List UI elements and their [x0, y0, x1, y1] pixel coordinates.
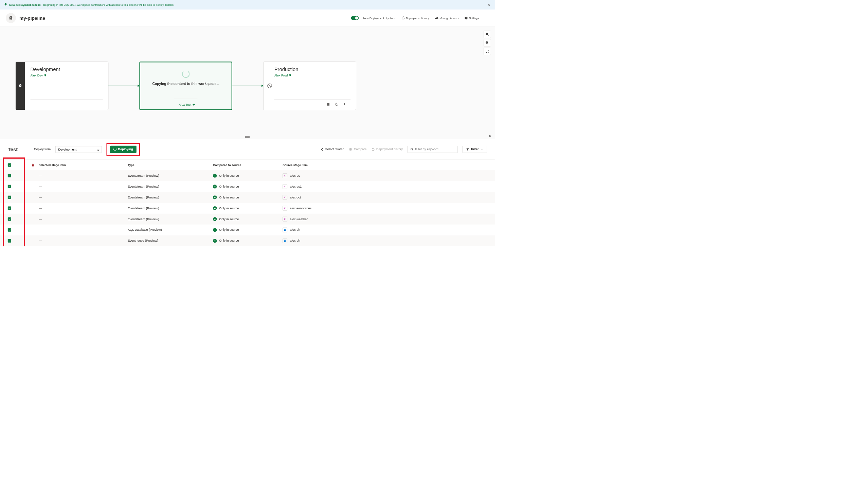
selected-item-cell: —: [39, 217, 128, 221]
row-checkbox[interactable]: [8, 217, 11, 221]
select-related-button[interactable]: Select related: [320, 147, 344, 151]
row-checkbox[interactable]: [8, 185, 11, 188]
row-checkbox[interactable]: [8, 239, 11, 242]
type-cell: Eventstream (Preview): [128, 217, 213, 221]
stage-handle-icon: [16, 62, 25, 110]
stage-more-icon[interactable]: ⋮: [94, 101, 100, 108]
zoom-out-button[interactable]: [484, 39, 491, 47]
selected-item-cell: —: [39, 174, 128, 177]
plus-icon: +: [213, 195, 217, 199]
pipeline-canvas: Development Alex Dev ⋮ Copying the conte…: [0, 27, 495, 135]
stage-production[interactable]: Production Alex Prod ⋮: [263, 62, 356, 110]
item-type-icon: [283, 184, 287, 189]
table-row[interactable]: — Eventstream (Preview) +Only in source …: [0, 170, 495, 181]
select-all-checkbox[interactable]: [8, 163, 11, 167]
chevron-down-icon: [481, 148, 483, 151]
detail-toolbar: Test Deploy from Development Deploying S…: [0, 139, 495, 160]
plus-icon: +: [213, 206, 217, 210]
pipeline-icon: [6, 13, 16, 23]
bell-icon: [4, 3, 7, 7]
zoom-fit-button[interactable]: [484, 48, 491, 55]
table-row[interactable]: — Eventstream (Preview) +Only in source …: [0, 192, 495, 203]
loading-spinner-icon: [182, 70, 190, 78]
detail-stage-title: Test: [8, 146, 18, 153]
stage-name: Development: [30, 67, 103, 73]
delete-column-icon[interactable]: [27, 163, 39, 167]
table-row[interactable]: — Eventstream (Preview) +Only in source …: [0, 181, 495, 192]
banner-close-icon[interactable]: ✕: [487, 3, 490, 7]
header-more-icon[interactable]: ⋯: [484, 16, 489, 20]
plus-icon: +: [213, 174, 217, 177]
stage-more-icon[interactable]: ⋮: [342, 101, 348, 108]
stage-connector: [108, 86, 139, 86]
expand-panel-icon[interactable]: [488, 135, 492, 139]
selected-item-cell: —: [39, 228, 128, 231]
item-type-icon: [283, 228, 287, 232]
compare-cell: +Only in source: [213, 206, 283, 210]
compare-cell: +Only in source: [213, 195, 283, 199]
item-type-icon: [283, 206, 287, 211]
banner-title: New deployment access.: [9, 3, 41, 6]
stage-history-icon[interactable]: [333, 102, 339, 108]
stage-test[interactable]: Copying the content to this workspace...…: [139, 62, 232, 110]
selected-item-cell: —: [39, 196, 128, 199]
item-type-icon: [283, 195, 287, 200]
page-header: my-pipeline New Deployment pipelines Dep…: [0, 10, 495, 27]
grip-icon: [245, 136, 250, 138]
filter-input[interactable]: [415, 147, 455, 151]
source-item-cell: alex-eh: [283, 239, 487, 243]
pipeline-title: my-pipeline: [19, 15, 347, 21]
stage-workspace[interactable]: Alex Dev: [30, 74, 103, 77]
type-cell: Eventstream (Preview): [128, 174, 213, 177]
compare-cell: +Only in source: [213, 228, 283, 232]
stage-workspace[interactable]: Alex Prod: [274, 74, 351, 77]
source-item-cell: alex-es1: [283, 184, 487, 189]
table-row[interactable]: — Eventhouse (Preview) +Only in source a…: [0, 235, 495, 246]
deploy-button[interactable]: Deploying: [110, 146, 137, 153]
nav-new-pipelines[interactable]: New Deployment pipelines: [362, 16, 396, 19]
announcement-banner: New deployment access. Beginning in late…: [0, 0, 495, 10]
items-table: Selected stage item Type Compared to sou…: [0, 160, 495, 246]
stage-rules-icon[interactable]: [325, 102, 331, 108]
nav-manage-access[interactable]: Manage Access: [434, 16, 460, 20]
plus-icon: +: [213, 239, 217, 243]
detail-history-button: Deployment history: [371, 147, 403, 151]
table-header-row: Selected stage item Type Compared to sou…: [0, 160, 495, 170]
filter-button[interactable]: Filter: [463, 146, 487, 153]
compare-button: Compare: [349, 147, 366, 151]
panel-splitter[interactable]: [0, 135, 495, 139]
item-type-icon: [283, 239, 287, 243]
stage-development[interactable]: Development Alex Dev ⋮: [16, 62, 109, 110]
filter-icon: [466, 148, 469, 151]
row-checkbox[interactable]: [8, 196, 11, 199]
row-checkbox[interactable]: [8, 174, 11, 177]
type-cell: KQL Database (Preview): [128, 228, 213, 231]
table-row[interactable]: — Eventstream (Preview) +Only in source …: [0, 214, 495, 225]
new-pipelines-toggle[interactable]: [351, 16, 359, 20]
type-cell: Eventstream (Preview): [128, 196, 213, 199]
plus-icon: +: [213, 228, 217, 232]
col-compared: Compared to source: [213, 163, 283, 167]
stage-workspace[interactable]: Alex Test: [179, 103, 195, 106]
selected-item-cell: —: [39, 239, 128, 242]
nav-deployment-history[interactable]: Deployment history: [400, 16, 430, 20]
nav-settings[interactable]: Settings: [463, 16, 480, 20]
table-row[interactable]: — Eventstream (Preview) +Only in source …: [0, 203, 495, 214]
compare-cell: +Only in source: [213, 185, 283, 188]
search-icon: [410, 148, 413, 151]
selected-item-cell: —: [39, 207, 128, 210]
col-source: Source stage item: [283, 163, 487, 167]
source-item-cell: alex-es: [283, 173, 487, 178]
deploy-from-select[interactable]: Development: [55, 146, 102, 153]
zoom-controls: [484, 31, 491, 55]
row-checkbox[interactable]: [8, 207, 11, 210]
row-checkbox[interactable]: [8, 228, 11, 231]
table-row[interactable]: — KQL Database (Preview) +Only in source…: [0, 225, 495, 235]
plus-icon: +: [213, 185, 217, 188]
deploy-from-label: Deploy from: [34, 147, 51, 151]
plus-icon: +: [213, 217, 217, 221]
filter-searchbox[interactable]: [408, 146, 458, 153]
zoom-in-button[interactable]: [484, 31, 491, 38]
stage-name: Production: [274, 67, 351, 73]
compare-cell: +Only in source: [213, 174, 283, 177]
